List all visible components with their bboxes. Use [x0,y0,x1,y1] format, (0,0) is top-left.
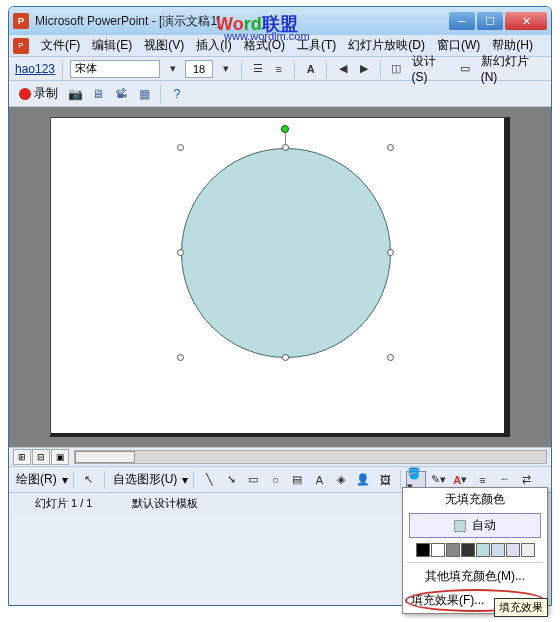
menu-format[interactable]: 格式(O) [238,35,291,56]
fill-color-popup: 无填充颜色 自动 其他填充颜色(M)... 填充效果(F)... [402,487,548,614]
record-icon [19,88,31,100]
powerpoint-icon: P [13,13,29,29]
menu-edit[interactable]: 编辑(E) [86,35,138,56]
menu-insert[interactable]: 插入(I) [190,35,237,56]
doc-icon[interactable]: P [13,38,29,54]
increase-indent-icon[interactable]: ▶ [355,60,372,78]
fontsize-dropdown-icon[interactable]: ▾ [217,60,234,78]
menubar: P 文件(F) 编辑(E) 视图(V) 插入(I) 格式(O) 工具(T) 幻灯… [9,35,551,57]
newslide-button[interactable]: 新幻灯片(N) [478,53,545,84]
resize-handle-se[interactable] [387,354,394,361]
design-icon[interactable]: ◫ [387,60,404,78]
newslide-icon[interactable]: ▭ [457,60,474,78]
view-bar: ⊞ ⊟ ▣ [9,447,551,467]
projector-icon[interactable]: 📽 [111,84,131,104]
record-button[interactable]: 录制 [15,83,62,104]
line-icon[interactable]: ╲ [199,471,219,489]
arrow-icon[interactable]: ➘ [221,471,241,489]
menu-file[interactable]: 文件(F) [35,35,86,56]
resize-handle-nw[interactable] [177,144,184,151]
titlebar: P Microsoft PowerPoint - [演示文稿1] ─ ☐ ✕ [9,7,551,35]
font-select[interactable] [70,60,160,78]
auto-swatch-icon [454,520,466,532]
design-button[interactable]: 设计(S) [409,53,453,84]
autoshapes-menu[interactable]: 自选图形(U) [110,471,181,488]
color-swatches [403,540,547,560]
resize-handle-s[interactable] [282,354,289,361]
swatch-1[interactable] [431,543,445,557]
help-icon[interactable]: ? [167,84,187,104]
swatch-4[interactable] [476,543,490,557]
fontsize-select[interactable] [185,60,213,78]
line-color-button[interactable]: ✎▾ [428,471,448,489]
minimize-button[interactable]: ─ [449,12,475,30]
grid-icon[interactable]: ▦ [134,84,154,104]
resize-handle-ne[interactable] [387,144,394,151]
picture-icon[interactable]: 🖼 [375,471,395,489]
auto-fill-option[interactable]: 自动 [409,513,541,538]
slide-canvas[interactable] [50,117,510,437]
more-colors-option[interactable]: 其他填充颜色(M)... [403,565,547,588]
line-style-icon[interactable]: ≡ [472,471,492,489]
circle-shape[interactable] [181,148,391,358]
oval-icon[interactable]: ○ [265,471,285,489]
record-toolbar: 录制 📷 🖥 📽 ▦ ? [9,81,551,107]
dash-style-icon[interactable]: ┈ [494,471,514,489]
normal-view-button[interactable]: ⊞ [13,449,31,465]
formatting-toolbar: hao123 ▾ ▾ ☰ ≡ A ◀ ▶ ◫ 设计(S) ▭ 新幻灯片(N) [9,57,551,81]
rotation-handle[interactable] [281,125,289,133]
display-icon[interactable]: 🖥 [88,84,108,104]
slideshow-view-button[interactable]: ▣ [51,449,69,465]
slide-workspace[interactable] [9,107,551,447]
template-indicator: 默认设计模板 [112,496,218,511]
resize-handle-sw[interactable] [177,354,184,361]
fill-color-button[interactable]: 🪣▾ [406,471,426,489]
wordart-icon[interactable]: A [309,471,329,489]
pointer-icon[interactable]: ↖ [79,471,99,489]
no-fill-option[interactable]: 无填充颜色 [403,488,547,511]
close-button[interactable]: ✕ [505,12,547,30]
swatch-0[interactable] [416,543,430,557]
slide-indicator: 幻灯片 1 / 1 [15,496,112,511]
font-dropdown-icon[interactable]: ▾ [164,60,181,78]
window-title: Microsoft PowerPoint - [演示文稿1] [35,13,449,30]
resize-handle-n[interactable] [282,144,289,151]
bullets-icon[interactable]: ☰ [249,60,266,78]
swatch-7[interactable] [521,543,535,557]
camera-icon[interactable]: 📷 [65,84,85,104]
horizontal-scrollbar[interactable] [74,450,547,464]
numbering-icon[interactable]: ≡ [270,60,287,78]
textbox-icon[interactable]: ▤ [287,471,307,489]
scrollbar-thumb[interactable] [75,451,135,463]
menu-view[interactable]: 视图(V) [138,35,190,56]
clipart-icon[interactable]: 👤 [353,471,373,489]
decrease-indent-icon[interactable]: ◀ [334,60,351,78]
font-color-button[interactable]: A▾ [450,471,470,489]
maximize-button[interactable]: ☐ [477,12,503,30]
swatch-6[interactable] [506,543,520,557]
increase-font-icon[interactable]: A [302,60,319,78]
draw-menu[interactable]: 绘图(R) [13,471,60,488]
rectangle-icon[interactable]: ▭ [243,471,263,489]
sorter-view-button[interactable]: ⊟ [32,449,50,465]
diagram-icon[interactable]: ◈ [331,471,351,489]
arrow-style-icon[interactable]: ⇄ [516,471,536,489]
menu-tools[interactable]: 工具(T) [291,35,342,56]
tooltip: 填充效果 [494,598,548,617]
swatch-5[interactable] [491,543,505,557]
hao123-link[interactable]: hao123 [15,62,55,76]
swatch-3[interactable] [461,543,475,557]
swatch-2[interactable] [446,543,460,557]
resize-handle-w[interactable] [177,249,184,256]
resize-handle-e[interactable] [387,249,394,256]
